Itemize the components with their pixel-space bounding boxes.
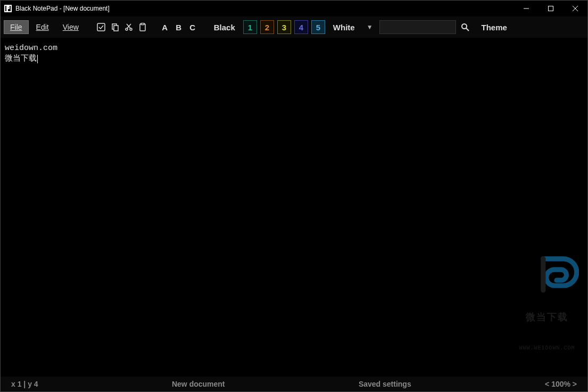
- format-a-button[interactable]: A: [159, 23, 171, 32]
- svg-rect-12: [114, 26, 118, 31]
- toolbar: File Edit View A B C Black 12345 White ▼…: [1, 16, 587, 38]
- select-all-icon[interactable]: [95, 21, 107, 34]
- color-swatch-4[interactable]: 4: [294, 20, 308, 34]
- editor-content: weidown.com 微当下载: [5, 44, 57, 63]
- svg-rect-5: [9, 6, 10, 9]
- text-caret: [37, 55, 38, 63]
- statusbar: x 1 | y 4 New document Saved settings < …: [1, 377, 587, 391]
- watermark: 微当下载 WWW.WEIDOWN.COM: [515, 241, 579, 372]
- svg-line-15: [127, 24, 131, 28]
- svg-rect-18: [141, 23, 144, 25]
- menu-file[interactable]: File: [4, 20, 29, 34]
- svg-line-16: [127, 24, 130, 28]
- status-cursor-pos: x 1 | y 4: [6, 380, 44, 388]
- scheme-black-label[interactable]: Black: [209, 23, 241, 32]
- app-icon: [4, 4, 12, 13]
- svg-point-14: [130, 28, 132, 30]
- svg-line-20: [466, 28, 469, 31]
- paste-icon[interactable]: [136, 21, 149, 34]
- format-c-button[interactable]: C: [186, 23, 199, 32]
- titlebar: Black NotePad - [New document]: [1, 1, 587, 16]
- status-zoom[interactable]: < 100% >: [540, 380, 582, 388]
- maximize-button[interactable]: [539, 1, 563, 16]
- color-swatch-2[interactable]: 2: [260, 20, 274, 34]
- watermark-text: 微当下载: [515, 312, 579, 324]
- search-button[interactable]: [457, 19, 473, 35]
- svg-rect-7: [549, 6, 553, 11]
- color-swatch-5[interactable]: 5: [311, 20, 325, 34]
- editor-area[interactable]: weidown.com 微当下载 微当下载 WWW.WEIDOWN.COM: [1, 38, 587, 377]
- watermark-url: WWW.WEIDOWN.COM: [515, 345, 579, 352]
- theme-button[interactable]: Theme: [474, 23, 515, 32]
- svg-point-13: [126, 28, 128, 30]
- scheme-white-label[interactable]: White: [328, 23, 360, 32]
- color-swatch-1[interactable]: 1: [243, 20, 257, 34]
- menu-view[interactable]: View: [56, 20, 85, 34]
- window-title: Black NotePad - [New document]: [15, 5, 110, 12]
- status-message: Saved settings: [353, 380, 417, 388]
- status-doc-name: New document: [167, 380, 230, 388]
- close-button[interactable]: [563, 1, 587, 16]
- format-b-button[interactable]: B: [172, 23, 185, 32]
- cut-icon[interactable]: [122, 21, 135, 34]
- copy-icon[interactable]: [109, 21, 121, 34]
- color-swatch-3[interactable]: 3: [277, 20, 291, 34]
- minimize-button[interactable]: [514, 1, 539, 16]
- svg-point-19: [462, 24, 467, 29]
- svg-rect-10: [97, 23, 105, 31]
- search-input[interactable]: [379, 20, 456, 34]
- chevron-down-icon[interactable]: ▼: [361, 23, 378, 31]
- menu-edit[interactable]: Edit: [30, 20, 55, 34]
